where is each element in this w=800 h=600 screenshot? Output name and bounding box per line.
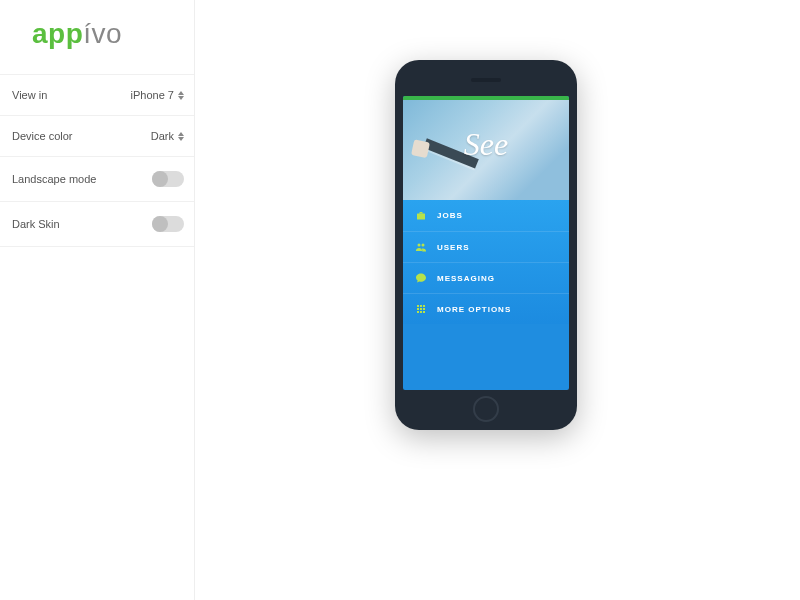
device-frame: See JOBS USERS MESSAGING — [395, 60, 577, 430]
home-button[interactable] — [473, 396, 499, 422]
menu-item-more-options[interactable]: MORE OPTIONS — [403, 293, 569, 324]
device-color-label: Device color — [12, 130, 73, 142]
briefcase-icon — [415, 210, 427, 222]
grid-icon — [415, 303, 427, 315]
dark-skin-toggle[interactable] — [152, 216, 184, 232]
setting-view-in: View in iPhone 7 — [0, 74, 194, 115]
hero-title: See — [464, 126, 508, 163]
hero-image: See — [403, 100, 569, 200]
brand-logo: appívo — [0, 0, 194, 74]
view-in-select[interactable]: iPhone 7 — [131, 89, 184, 101]
device-screen: See JOBS USERS MESSAGING — [403, 96, 569, 390]
landscape-toggle[interactable] — [152, 171, 184, 187]
setting-device-color: Device color Dark — [0, 115, 194, 156]
preview-canvas: See JOBS USERS MESSAGING — [195, 0, 800, 600]
menu-item-label: JOBS — [437, 211, 463, 220]
dark-skin-label: Dark Skin — [12, 218, 60, 230]
setting-dark-skin: Dark Skin — [0, 201, 194, 247]
menu-item-users[interactable]: USERS — [403, 231, 569, 262]
chevron-sort-icon — [178, 91, 184, 100]
menu-item-jobs[interactable]: JOBS — [403, 200, 569, 231]
chat-icon — [415, 272, 427, 284]
view-in-label: View in — [12, 89, 47, 101]
landscape-label: Landscape mode — [12, 173, 96, 185]
settings-sidebar: appívo View in iPhone 7 Device color Dar… — [0, 0, 195, 600]
chevron-sort-icon — [178, 132, 184, 141]
users-icon — [415, 241, 427, 253]
menu-item-label: USERS — [437, 243, 470, 252]
device-color-value: Dark — [151, 130, 174, 142]
menu-item-label: MORE OPTIONS — [437, 305, 511, 314]
app-menu: JOBS USERS MESSAGING MORE OPTIONS — [403, 200, 569, 324]
menu-item-label: MESSAGING — [437, 274, 495, 283]
device-color-select[interactable]: Dark — [151, 130, 184, 142]
brand-part1: app — [32, 18, 83, 49]
view-in-value: iPhone 7 — [131, 89, 174, 101]
setting-landscape: Landscape mode — [0, 156, 194, 201]
menu-item-messaging[interactable]: MESSAGING — [403, 262, 569, 293]
brand-part2: ívo — [83, 18, 122, 49]
app-root: appívo View in iPhone 7 Device color Dar… — [0, 0, 800, 600]
